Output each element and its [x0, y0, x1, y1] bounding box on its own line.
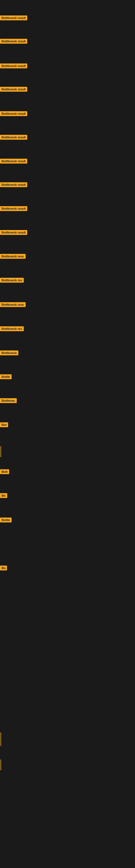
bottleneck-result-row: Bottleneck result: [0, 87, 27, 93]
bottleneck-result-row: Bo: [0, 565, 7, 571]
bottleneck-result-row: Bottleneck result: [0, 135, 27, 141]
bottleneck-result-row: Bottleneck resu: [0, 302, 26, 308]
bottleneck-badge[interactable]: Bo: [0, 493, 7, 498]
vertical-line-indicator: [1, 760, 1, 770]
bottleneck-badge[interactable]: Bottle: [0, 374, 12, 379]
bottleneck-badge[interactable]: Bottleneck result: [0, 87, 27, 92]
bottleneck-badge[interactable]: Bot: [0, 422, 8, 427]
bottleneck-badge[interactable]: Bottleneck result: [0, 182, 27, 187]
bottleneck-result-row: Bottleneck resu: [0, 254, 26, 260]
vertical-line-indicator: [1, 733, 1, 746]
bottleneck-badge[interactable]: Bottleneck result: [0, 39, 27, 44]
bottleneck-badge[interactable]: Bottleneck resu: [0, 254, 26, 259]
bottleneck-badge[interactable]: Bottleneck: [0, 350, 18, 355]
bottleneck-result-row: Bottleneck result: [0, 16, 27, 22]
bottleneck-badge[interactable]: Bottleneck result: [0, 230, 27, 235]
bottleneck-badge[interactable]: Bottlenec: [0, 398, 17, 403]
bottleneck-result-row: Bottleneck result: [0, 206, 27, 212]
vertical-line-indicator: [1, 446, 1, 457]
bottleneck-badge[interactable]: Bottleneck resu: [0, 302, 26, 307]
bottleneck-result-row: Bottleneck result: [0, 182, 27, 188]
bottleneck-badge[interactable]: Bottleneck result: [0, 63, 27, 68]
bottleneck-result-row: Bottleneck result: [0, 230, 27, 236]
bottleneck-result-row: Bottleneck result: [0, 111, 27, 117]
bottleneck-badge[interactable]: Bo: [0, 565, 7, 570]
bottleneck-result-row: Bottlenec: [0, 398, 17, 404]
bottleneck-result-row: Bottle: [0, 374, 12, 380]
bottleneck-badge[interactable]: Bottleneck result: [0, 206, 27, 211]
bottleneck-result-row: Bott: [0, 469, 9, 475]
bottleneck-badge[interactable]: Bott: [0, 469, 9, 474]
bottleneck-badge[interactable]: Bottle: [0, 518, 12, 522]
bottleneck-badge[interactable]: Bottleneck result: [0, 159, 27, 163]
bottleneck-result-row: Bottleneck res: [0, 278, 24, 284]
bottleneck-result-row: Bottle: [0, 518, 12, 524]
bottleneck-badge[interactable]: Bottleneck result: [0, 111, 27, 116]
bottleneck-result-row: Bot: [0, 422, 8, 428]
bottleneck-result-row: Bottleneck result: [0, 63, 27, 69]
bottleneck-badge[interactable]: Bottleneck result: [0, 135, 27, 140]
bottleneck-result-row: Bottleneck result: [0, 159, 27, 165]
bottleneck-result-row: Bottleneck result: [0, 39, 27, 45]
bottleneck-badge[interactable]: Bottleneck result: [0, 16, 27, 20]
bottleneck-badge[interactable]: Bottleneck res: [0, 278, 24, 283]
bottleneck-result-row: Bo: [0, 493, 7, 499]
bottleneck-result-row: Bottleneck res: [0, 326, 24, 332]
bottleneck-result-row: Bottleneck: [0, 350, 18, 356]
site-title: [0, 0, 135, 3]
bottleneck-badge[interactable]: Bottleneck res: [0, 326, 24, 331]
